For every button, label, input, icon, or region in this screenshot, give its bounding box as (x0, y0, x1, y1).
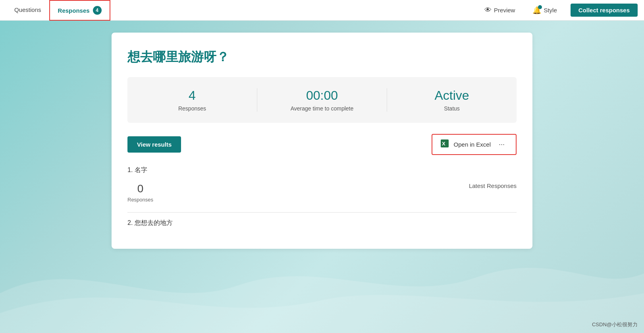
question-1-text: 名字 (135, 166, 147, 173)
question-2-section: 2. 您想去的地方 (127, 219, 517, 227)
stat-status-label: Status (444, 105, 460, 112)
view-results-button[interactable]: View results (127, 136, 181, 153)
more-options-button[interactable]: ··· (496, 139, 508, 150)
stat-avg-time: 00:00 Average time to complete (257, 88, 387, 112)
preview-label: Preview (494, 7, 515, 14)
stat-avg-time-value: 00:00 (306, 88, 338, 103)
question-1-section: 1. 名字 0 Responses Latest Responses (127, 166, 517, 203)
stat-status-value: Active (434, 88, 469, 103)
preview-icon: 👁 (484, 6, 492, 14)
stat-responses: 4 Responses (127, 88, 257, 112)
latest-responses-label: Latest Responses (469, 182, 517, 189)
main-content: 想去哪里旅游呀？ 4 Responses 00:00 Average time … (0, 21, 644, 261)
watermark-text: CSDN@小松很努力 (592, 321, 638, 327)
collect-responses-label: Collect responses (578, 7, 630, 14)
tab-responses[interactable]: Responses 4 (49, 0, 110, 21)
content-card: 想去哪里旅游呀？ 4 Responses 00:00 Average time … (112, 33, 532, 249)
question-1-responses-label: Responses (127, 197, 153, 203)
collect-responses-button[interactable]: Collect responses (571, 4, 638, 17)
topbar: Questions Responses 4 👁 Preview 🔔 Style … (0, 0, 644, 21)
stat-status: Active Status (387, 88, 517, 112)
view-results-label: View results (137, 141, 172, 148)
tab-responses-label: Responses (58, 7, 90, 14)
question-1-stat: 0 Responses (127, 182, 153, 203)
question-2-number: 2. (127, 219, 133, 226)
action-row: View results X Open in Excel ··· (127, 134, 517, 155)
open-excel-label: Open in Excel (454, 141, 491, 148)
stat-responses-value: 4 (189, 88, 196, 103)
responses-badge: 4 (93, 6, 102, 15)
question-2-text: 您想去的地方 (135, 219, 173, 226)
question-2-title: 2. 您想去的地方 (127, 219, 517, 227)
style-label: Style (544, 7, 557, 14)
stat-responses-label: Responses (178, 105, 206, 112)
style-button[interactable]: 🔔 Style (528, 4, 561, 17)
question-1-responses-value: 0 (137, 182, 144, 195)
svg-text:X: X (442, 141, 445, 147)
tab-questions[interactable]: Questions (6, 0, 49, 21)
open-excel-button[interactable]: X Open in Excel ··· (432, 134, 517, 155)
question-1-stats-row: 0 Responses Latest Responses (127, 182, 517, 203)
watermark: CSDN@小松很努力 (592, 321, 638, 328)
style-icon-wrapper: 🔔 (532, 6, 541, 15)
excel-icon: X (440, 139, 449, 150)
section-divider (127, 212, 517, 213)
question-1-number: 1. (127, 166, 133, 173)
tab-questions-label: Questions (14, 6, 41, 13)
stat-avg-time-label: Average time to complete (291, 105, 354, 112)
notification-dot (538, 5, 542, 9)
stats-row: 4 Responses 00:00 Average time to comple… (127, 77, 517, 123)
topbar-left: Questions Responses 4 (6, 0, 480, 21)
question-1-title: 1. 名字 (127, 166, 517, 174)
preview-button[interactable]: 👁 Preview (480, 4, 519, 17)
form-title: 想去哪里旅游呀？ (127, 48, 517, 66)
topbar-right: 👁 Preview 🔔 Style Collect responses (480, 4, 638, 17)
